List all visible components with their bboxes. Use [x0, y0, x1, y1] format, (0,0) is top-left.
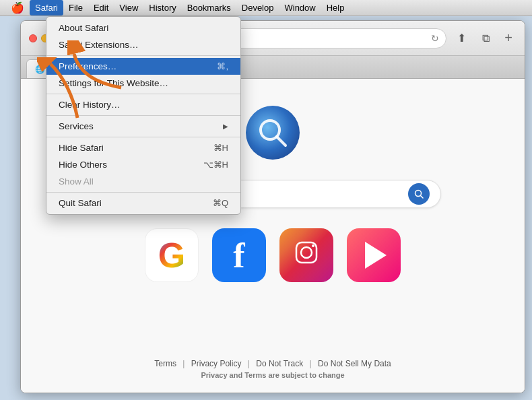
separator-5 — [46, 192, 240, 193]
menu-label-services: Services — [59, 121, 94, 131]
facebook-icon[interactable]: f — [212, 228, 266, 282]
youtube-play — [365, 242, 387, 269]
menu-label-show-all: Show All — [59, 176, 94, 187]
instagram-icon[interactable] — [279, 228, 333, 282]
menu-label-settings: Settings for This Website… — [59, 78, 168, 88]
menu-label-extensions: Safari Extensions… — [59, 40, 139, 50]
search-submit-icon — [414, 189, 424, 199]
edit-menu[interactable]: Edit — [88, 0, 114, 15]
facebook-f: f — [233, 236, 244, 275]
separator-2 — [46, 94, 240, 94]
gobrowser-logo — [246, 106, 300, 160]
safari-dropdown: About Safari Safari Extensions… Preferen… — [46, 16, 241, 215]
tab-favicon: 🌐 — [35, 65, 45, 74]
app-icons: G f — [145, 228, 401, 282]
menu-label-about: About Safari — [59, 23, 108, 33]
bookmarks-menu[interactable]: Bookmarks — [182, 0, 236, 15]
preferences-shortcut: ⌘, — [217, 61, 228, 71]
menu-label-clear-history: Clear History… — [59, 100, 121, 110]
separator: | — [310, 359, 312, 368]
menu-item-services[interactable]: Services — [46, 118, 240, 135]
menu-item-preferences[interactable]: Preferences… ⌘, — [46, 58, 240, 75]
search-logo-icon — [256, 116, 290, 149]
reload-button[interactable]: ↻ — [431, 33, 439, 44]
google-icon[interactable]: G — [145, 228, 199, 282]
svg-line-3 — [421, 196, 424, 199]
menu-label-quit: Quit Safari — [59, 198, 102, 208]
menubar: 🍎 Safari File Edit View History Bookmark… — [0, 0, 532, 16]
menu-label-hide-others: Hide Others — [59, 160, 107, 170]
help-menu[interactable]: Help — [321, 0, 350, 15]
privacy-link[interactable]: Privacy Policy — [191, 359, 242, 368]
separator: | — [248, 359, 250, 368]
svg-point-6 — [312, 244, 314, 247]
close-button[interactable] — [29, 34, 37, 42]
separator-1 — [46, 55, 240, 56]
menu-item-extensions[interactable]: Safari Extensions… — [46, 36, 240, 53]
terms-link[interactable]: Terms — [154, 359, 176, 368]
view-menu[interactable]: View — [114, 0, 143, 15]
menu-item-hide-safari[interactable]: Hide Safari ⌘H — [46, 139, 240, 156]
menu-label-preferences: Preferences… — [59, 61, 117, 71]
window-menu[interactable]: Window — [279, 0, 321, 15]
separator-3 — [46, 115, 240, 116]
footer-link-row: Terms | Privacy Policy | Do Not Track | … — [154, 359, 391, 368]
hide-others-shortcut: ⌥⌘H — [203, 160, 228, 170]
menu-item-settings[interactable]: Settings for This Website… — [46, 75, 240, 92]
footer-note: Privacy and Terms are subject to change — [154, 371, 391, 379]
apple-menu[interactable]: 🍎 — [5, 0, 30, 15]
menu-item-hide-others[interactable]: Hide Others ⌥⌘H — [46, 156, 240, 173]
hide-safari-shortcut: ⌘H — [213, 143, 228, 153]
do-not-track-link[interactable]: Do Not Track — [256, 359, 303, 368]
menu-item-quit[interactable]: Quit Safari ⌘Q — [46, 195, 240, 211]
share-button[interactable]: ⬆ — [452, 29, 471, 48]
youtube-icon[interactable] — [347, 228, 401, 282]
logo-area — [246, 106, 300, 166]
history-menu[interactable]: History — [143, 0, 181, 15]
safari-menu[interactable]: Safari — [30, 0, 63, 15]
footer-links: Terms | Privacy Policy | Do Not Track | … — [154, 359, 391, 379]
menu-label-hide-safari: Hide Safari — [59, 143, 104, 153]
menu-item-show-all[interactable]: Show All — [46, 173, 240, 190]
instagram-camera — [292, 238, 321, 273]
tab-overview-button[interactable]: ⧉ — [476, 29, 495, 48]
develop-menu[interactable]: Develop — [236, 0, 279, 15]
separator-4 — [46, 137, 240, 137]
do-not-sell-link[interactable]: Do Not Sell My Data — [318, 359, 391, 368]
menu-item-clear-history[interactable]: Clear History… — [46, 96, 240, 113]
svg-line-1 — [277, 137, 286, 145]
file-menu[interactable]: File — [63, 0, 88, 15]
toolbar-actions: ⬆ ⧉ + — [452, 29, 517, 48]
svg-point-5 — [301, 247, 312, 258]
google-g: G — [158, 235, 185, 275]
new-tab-button[interactable]: + — [500, 30, 517, 46]
menu-item-about[interactable]: About Safari — [46, 20, 240, 36]
separator: | — [182, 359, 185, 368]
quit-shortcut: ⌘Q — [213, 198, 228, 208]
search-submit-button[interactable] — [408, 183, 430, 205]
